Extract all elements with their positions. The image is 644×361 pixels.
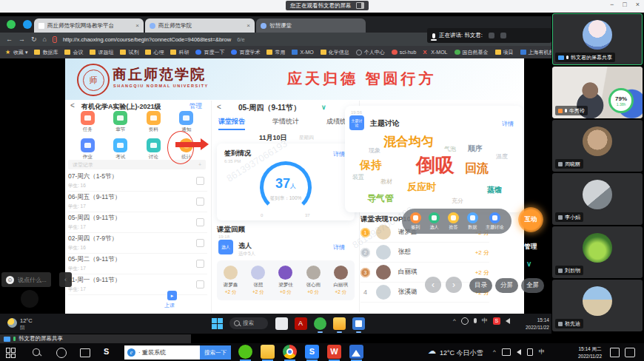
- session-more-icon[interactable]: [196, 280, 204, 289]
- toast-reply-icon[interactable]: [500, 33, 506, 38]
- weather-cloud-icon[interactable]: ☁: [428, 346, 436, 356]
- folder-icon[interactable]: [333, 317, 346, 330]
- start-class-button[interactable]: ▸: [167, 291, 177, 300]
- bookmark-item[interactable]: 收藏 ▾: [5, 49, 27, 56]
- toast-action-icon[interactable]: [489, 33, 494, 38]
- explorer-icon[interactable]: [261, 345, 275, 359]
- browser-tab[interactable]: 商丘师范学院 ×: [145, 18, 255, 33]
- course-module[interactable]: 通知: [170, 111, 204, 133]
- sogou-ime-icon[interactable]: S: [104, 347, 109, 356]
- bookmark-item[interactable]: 项目: [495, 49, 514, 56]
- session-item[interactable]: 05-周二（9-11节） 学生: 17: [68, 254, 207, 274]
- collapse-chevron-icon[interactable]: ∨: [526, 260, 531, 268]
- course-manage-link[interactable]: 管理: [189, 102, 202, 111]
- bookmark-item[interactable]: 心理: [145, 49, 164, 56]
- layout-switch-icon[interactable]: [356, 2, 364, 9]
- meeting-app-icon[interactable]: [349, 345, 363, 359]
- browser-tab[interactable]: 商丘师范学院网络教学平台 ×: [34, 18, 144, 33]
- search-box-text[interactable]: · 重装系统: [138, 348, 200, 357]
- bookmark-item[interactable]: 国自然基金: [455, 49, 489, 56]
- view-pill-button[interactable]: 分屏: [495, 278, 518, 293]
- bookmark-item[interactable]: 试剂: [120, 49, 138, 56]
- pdf-app-icon[interactable]: [295, 317, 307, 330]
- course-module[interactable]: 资料: [137, 111, 170, 133]
- sogou-browser-icon[interactable]: S: [305, 345, 319, 359]
- bookmark-item[interactable]: 常用: [266, 49, 285, 56]
- sogou-tray-icon[interactable]: S: [493, 317, 500, 325]
- taskbar-search-box[interactable]: e · 重装系统 搜索一下: [124, 345, 231, 360]
- participant-tile[interactable]: 刘胜明: [552, 226, 643, 278]
- danmaku-input[interactable]: ☺ 说点什么...: [1, 272, 51, 287]
- cortana-icon[interactable]: [56, 348, 67, 358]
- course-module[interactable]: 任务: [71, 111, 104, 133]
- taskbar-search[interactable]: 搜索: [229, 317, 268, 329]
- checkin-detail-link[interactable]: 详情: [333, 150, 345, 158]
- session-item[interactable]: 05-周四（9-11节） 学生: 17: [68, 212, 207, 233]
- discussion-detail-link[interactable]: 详情: [502, 120, 514, 128]
- bookmark-item[interactable]: 上海有机所: [520, 49, 552, 56]
- start-button[interactable]: [6, 348, 16, 358]
- bookmark-item[interactable]: 个人中心: [356, 49, 385, 56]
- session-item[interactable]: 06-周五（9-11节） 学生: 17: [68, 192, 207, 212]
- toolbar-activity-button[interactable]: 主题讨论: [486, 212, 503, 231]
- session-more-icon[interactable]: [196, 177, 204, 185]
- weather-temp[interactable]: 12°C: [20, 317, 33, 324]
- toolbar-activity-button[interactable]: 签到: [410, 212, 421, 231]
- close-button[interactable]: ×: [636, 1, 640, 8]
- taskbar-clock[interactable]: 15:14 2022/11/22: [514, 317, 549, 331]
- volume-icon[interactable]: [517, 349, 521, 355]
- display-icon[interactable]: [502, 348, 511, 356]
- bookmark-item[interactable]: 百度一下: [195, 49, 224, 56]
- bookmark-item[interactable]: 百度学术: [231, 49, 260, 56]
- toolbar-activity-button[interactable]: 数据: [467, 212, 478, 231]
- tray-chevron-icon[interactable]: ^: [453, 317, 456, 324]
- session-more-icon[interactable]: [196, 198, 204, 206]
- network-icon[interactable]: [461, 317, 469, 325]
- meeting-app-icon[interactable]: [352, 317, 365, 330]
- course-module[interactable]: 考试: [104, 138, 138, 161]
- session-dropdown-icon[interactable]: ∨: [321, 104, 326, 111]
- pinned-tab-icon[interactable]: [23, 20, 32, 29]
- mic-icon[interactable]: [474, 318, 477, 323]
- explorer-icon[interactable]: [275, 317, 288, 330]
- tab-close-icon[interactable]: ×: [246, 22, 250, 29]
- participant-tile[interactable]: 初先迪: [552, 280, 643, 331]
- chrome-icon[interactable]: [283, 345, 297, 359]
- search-icon[interactable]: [33, 348, 40, 356]
- xuexitong-app-icon[interactable]: [314, 317, 326, 330]
- notification-center-icon[interactable]: [610, 348, 620, 357]
- participant-tile[interactable]: 李小娟: [552, 173, 643, 225]
- bookmark-item[interactable]: X-MOL: [423, 50, 447, 55]
- task-view-icon[interactable]: [80, 348, 90, 357]
- pinned-tab-icon[interactable]: [7, 20, 16, 29]
- top10-row[interactable]: 2 张想 +2 分: [360, 243, 489, 263]
- bookmark-item[interactable]: 化学信息: [321, 49, 349, 56]
- view-pill-button[interactable]: 全屏: [521, 278, 544, 293]
- forward-icon[interactable]: →: [19, 36, 25, 43]
- search-submit-button[interactable]: 搜索一下: [200, 345, 231, 360]
- home-icon[interactable]: ⌂: [43, 36, 47, 43]
- course-module[interactable]: 讨论: [137, 138, 170, 161]
- course-module[interactable]: 作业: [71, 138, 104, 161]
- ime-indicator[interactable]: 中: [482, 317, 488, 325]
- tab-close-icon[interactable]: ×: [135, 22, 139, 29]
- browser-tab[interactable]: 智慧课堂: [256, 18, 366, 33]
- usb-icon[interactable]: [527, 348, 533, 356]
- ime-indicator[interactable]: 中: [539, 348, 545, 356]
- volume-icon[interactable]: [506, 318, 510, 324]
- session-item[interactable]: 01-周一（9-11节） 学生: 17: [68, 274, 207, 295]
- start-button[interactable]: [212, 318, 223, 329]
- session-more-icon[interactable]: [196, 260, 204, 268]
- prev-page-button[interactable]: ‹: [425, 277, 441, 293]
- bookmark-item[interactable]: sci-hub: [392, 50, 417, 55]
- add-record-icon[interactable]: +: [198, 162, 201, 167]
- session-more-icon[interactable]: [196, 239, 204, 247]
- chat-collapse-button[interactable]: ‹: [59, 272, 72, 287]
- weather-text[interactable]: 12°C 今日小雪: [440, 348, 483, 358]
- session-more-icon[interactable]: [196, 218, 204, 226]
- weather-icon[interactable]: [7, 318, 17, 328]
- bookmark-item[interactable]: 数据库: [34, 49, 58, 56]
- toolbar-activity-button[interactable]: 抢答: [448, 212, 459, 231]
- toolbar-activity-button[interactable]: 选人: [429, 212, 440, 231]
- maximize-button[interactable]: □: [623, 1, 626, 8]
